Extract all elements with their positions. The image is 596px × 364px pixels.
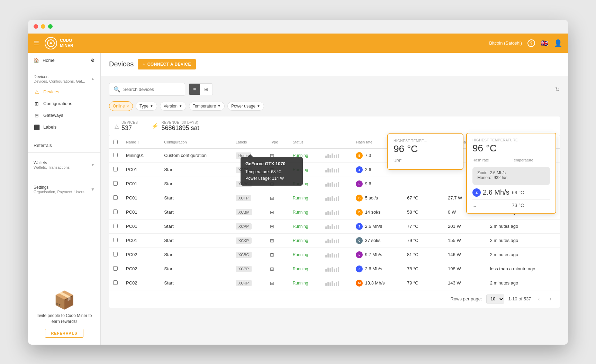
th-bars — [321, 136, 352, 149]
main-layout: 🏠 Home ⚙ Devices Devices, Configurations… — [28, 53, 568, 345]
filter-bar: Online × Type ▼ Version ▼ Temperature — [109, 101, 560, 111]
filter-power-label: Power usage — [231, 104, 255, 109]
sidebar-divider-2 — [28, 152, 100, 153]
devices-warning-icon: ⚠ — [34, 89, 40, 95]
sidebar-wallets-header[interactable]: Wallets Wallets, Transactions ▼ — [28, 158, 100, 172]
row-status: Running — [289, 219, 322, 233]
tooltip-popup: GeForce GTX 1070 Temperature: 68 °C Powe… — [241, 157, 303, 186]
sidebar-home-item[interactable]: 🏠 Home ⚙ — [28, 53, 100, 68]
row-checkbox[interactable] — [113, 167, 118, 171]
referrals-button[interactable]: REFERRALS — [45, 329, 83, 338]
settings-expand-icon[interactable]: ▼ — [91, 187, 95, 192]
filter-version-label: Version — [164, 104, 178, 109]
main-content: Devices + CONNECT A DEVICE 🔍 ≡ — [101, 53, 568, 345]
rows-per-page-select[interactable]: 10 25 50 — [486, 295, 504, 304]
row-label: XCBC — [232, 248, 266, 262]
grid-view-button[interactable]: ⊞ — [200, 84, 213, 95]
row-checkbox[interactable] — [113, 153, 118, 157]
row-checkbox-cell — [109, 191, 122, 205]
sidebar-item-gateways[interactable]: ⊟ Gateways — [28, 110, 100, 121]
table-row[interactable]: PC01 Start XCPP ⊞ Running Z 2.6 Mh/s 77 … — [109, 219, 560, 233]
temp-chevron-icon: ▼ — [217, 104, 221, 108]
prev-page-button[interactable]: ‹ — [535, 295, 542, 304]
sidebar-item-referrals[interactable]: Referrals — [28, 140, 100, 151]
tooltip-temp: Temperature: 68 °C — [245, 169, 298, 175]
home-label: Home — [43, 58, 55, 63]
row-temp — [403, 177, 444, 191]
next-page-button[interactable]: › — [547, 295, 554, 304]
row-checkbox[interactable] — [113, 181, 118, 186]
hover-card-left: HIGHEST TEMPE... 96 °C URE — [387, 133, 463, 170]
revenue-stat-icon: ⚡ — [152, 123, 159, 129]
row-name: PC02 — [122, 248, 160, 262]
help-icon[interactable]: ? — [527, 39, 535, 47]
row-checkbox[interactable] — [113, 195, 118, 200]
row-checkbox-cell — [109, 148, 122, 162]
table-row[interactable]: PC02 Start XCPP ⊞ Running Z 2.6 Mh/s 78 … — [109, 262, 560, 276]
refresh-button[interactable]: ↻ — [555, 86, 560, 93]
row-type: ⊞ — [266, 205, 289, 219]
table-row[interactable]: PC01 Start XCKP ⊞ Running C 37 sol/s 79 … — [109, 233, 560, 248]
hover-card-inner-title: Zcoin: 2.6 Mh/sMonero: 932 h/s — [477, 170, 545, 180]
row-bars — [321, 233, 352, 248]
hover-card-hash-col-header: Hash rate — [472, 158, 511, 162]
maximize-button[interactable] — [48, 24, 53, 29]
labels-icon: ⬛ — [34, 124, 40, 130]
sidebar-item-devices[interactable]: ⚠ Devices — [28, 86, 100, 98]
filter-online-label: Online — [113, 104, 125, 109]
sidebar-item-labels-label: Labels — [43, 124, 56, 130]
devices-stat-label: DEVICES — [121, 121, 138, 124]
row-status: Running — [289, 248, 322, 262]
row-checkbox[interactable] — [113, 224, 118, 228]
settings-gear-icon[interactable]: ⚙ — [91, 58, 95, 63]
profile-icon[interactable]: 👤 — [554, 39, 562, 47]
hamburger-icon[interactable]: ☰ — [34, 39, 39, 47]
devices-table-container: △ DEVICES 537 ⚡ REVENUE (30 DAYS) — [109, 116, 560, 308]
row-hashrate: M 13.3 Mh/s — [352, 276, 403, 290]
flag-icon[interactable]: 🇬🇧 — [541, 39, 548, 47]
filter-chip-temperature[interactable]: Temperature ▼ — [189, 102, 225, 111]
row-checkbox[interactable] — [113, 252, 118, 256]
sidebar-settings-sub: Organisation, Payment, Users — [34, 190, 84, 194]
row-checkbox[interactable] — [113, 280, 118, 285]
filter-chip-online[interactable]: Online × — [109, 101, 133, 111]
connect-device-button[interactable]: + CONNECT A DEVICE — [138, 59, 196, 69]
th-name[interactable]: Name ↑ — [122, 136, 160, 149]
sidebar-item-devices-label: Devices — [43, 89, 59, 94]
row-label: XCPP — [232, 262, 266, 276]
sidebar-wallets-title: Wallets — [34, 160, 70, 165]
close-button[interactable] — [34, 24, 38, 29]
minimize-button[interactable] — [41, 24, 45, 29]
row-name: PC01 — [122, 233, 160, 248]
filter-remove-icon[interactable]: × — [126, 103, 129, 109]
search-input[interactable] — [123, 87, 181, 92]
row-checkbox[interactable] — [113, 209, 118, 214]
row-power: 155 W — [444, 233, 486, 248]
sidebar-settings-header[interactable]: Settings Organisation, Payment, Users ▼ — [28, 182, 100, 197]
table-row[interactable]: PC02 Start XCBC ⊞ Running L 9.7 Mh/s 81 … — [109, 248, 560, 262]
filter-chip-power[interactable]: Power usage ▼ — [227, 102, 264, 111]
table-row[interactable]: PC02 Start XCKP ⊞ Running M 13.3 Mh/s 79… — [109, 276, 560, 290]
sidebar-item-labels[interactable]: ⬛ Labels — [28, 121, 100, 133]
sidebar-wallets-sub: Wallets, Transactions — [34, 165, 70, 169]
sidebar-devices-section: Devices Devices, Configurations, Gat... … — [28, 68, 100, 137]
row-checkbox[interactable] — [113, 266, 118, 271]
sidebar-wallets-section: Wallets Wallets, Transactions ▼ — [28, 154, 100, 176]
row-name: PC01 — [122, 219, 160, 233]
wallets-expand-icon[interactable]: ▼ — [91, 162, 95, 167]
search-icon: 🔍 — [114, 86, 120, 93]
row-status: Running — [289, 205, 322, 219]
row-checkbox-cell — [109, 233, 122, 248]
list-view-button[interactable]: ≡ — [189, 84, 200, 95]
row-config: Start — [160, 262, 232, 276]
sidebar-item-configurations[interactable]: ⊞ Configurations — [28, 98, 100, 110]
search-box[interactable]: 🔍 — [109, 83, 185, 96]
page-title: Devices — [109, 60, 134, 68]
filter-chip-version[interactable]: Version ▼ — [160, 102, 186, 111]
row-power: 143 W — [444, 276, 486, 290]
select-all-checkbox[interactable] — [113, 140, 118, 144]
row-checkbox[interactable] — [113, 238, 118, 242]
sidebar-collapse-icon[interactable]: ▲ — [91, 76, 95, 81]
table-wrapper: Name ↑ Configuration Labels Type Status … — [109, 136, 560, 290]
filter-chip-type[interactable]: Type ▼ — [136, 102, 157, 111]
